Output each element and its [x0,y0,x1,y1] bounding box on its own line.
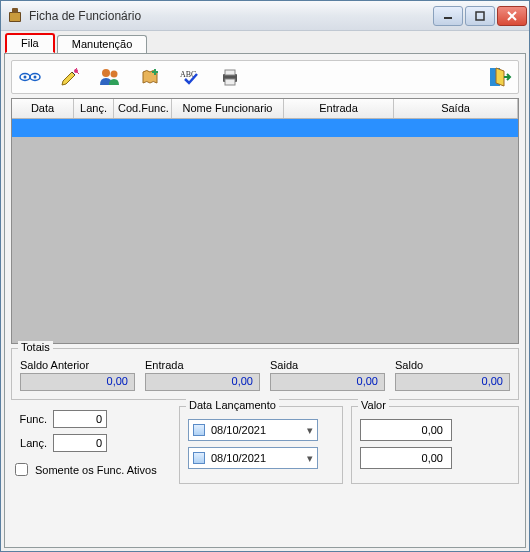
valor-legend: Valor [358,399,389,411]
minimize-button[interactable] [433,6,463,26]
svg-rect-1 [10,13,20,21]
svg-rect-2 [12,8,18,13]
svg-rect-4 [476,12,484,20]
totais-legend: Totais [18,341,53,353]
tab-page-fila: ABC Data Lanç. Cod.Func. Nome Funcionari… [4,53,526,548]
close-button[interactable] [497,6,527,26]
date-from-value: 08/10/2021 [211,424,307,436]
valor-to-input[interactable] [360,447,452,469]
func-input[interactable] [53,410,107,428]
grid-body[interactable] [12,119,518,343]
maximize-button[interactable] [465,6,495,26]
calendar-icon [193,452,205,464]
grid-header: Data Lanç. Cod.Func. Nome Funcionario En… [12,99,518,119]
data-lancamento-group: Data Lançamento 08/10/2021 ▾ 08/10/2021 … [179,406,343,484]
saida-value: 0,00 [270,373,385,391]
col-codfunc[interactable]: Cod.Func. [114,99,172,118]
chevron-down-icon[interactable]: ▾ [307,424,313,437]
valor-group: Valor [351,406,519,484]
saldo-label: Saldo [395,359,510,371]
svg-point-12 [102,69,110,77]
new-book-icon[interactable] [138,65,162,89]
svg-point-10 [34,76,37,79]
entrada-label: Entrada [145,359,260,371]
spellcheck-icon[interactable]: ABC [178,65,202,89]
saldo-anterior-value: 0,00 [20,373,135,391]
svg-rect-16 [225,70,235,75]
saida-label: Saida [270,359,385,371]
filter-section: Func. Lanç. Somente os Func. Ativos Data… [11,406,519,484]
col-data[interactable]: Data [12,99,74,118]
grid-selected-row[interactable] [12,119,518,137]
entrada-value: 0,00 [145,373,260,391]
exit-icon[interactable] [488,65,512,89]
calendar-icon [193,424,205,436]
col-nome[interactable]: Nome Funcionario [172,99,284,118]
saldo-value: 0,00 [395,373,510,391]
date-from-picker[interactable]: 08/10/2021 ▾ [188,419,318,441]
data-grid[interactable]: Data Lanç. Cod.Func. Nome Funcionario En… [11,98,519,344]
totais-group: Totais Saldo Anterior 0,00 Entrada 0,00 … [11,348,519,400]
view-icon[interactable] [18,65,42,89]
chevron-down-icon[interactable]: ▾ [307,452,313,465]
svg-rect-17 [225,79,235,85]
lanc-label: Lanç. [11,437,47,449]
col-lanc[interactable]: Lanç. [74,99,114,118]
print-icon[interactable] [218,65,242,89]
somente-ativos-label: Somente os Func. Ativos [35,464,157,476]
tab-strip: Fila Manutenção [1,31,529,53]
users-icon[interactable] [98,65,122,89]
func-label: Func. [11,413,47,425]
col-entrada[interactable]: Entrada [284,99,394,118]
data-lancamento-legend: Data Lançamento [186,399,279,411]
valor-from-input[interactable] [360,419,452,441]
svg-point-9 [24,76,27,79]
toolbar: ABC [11,60,519,94]
date-to-picker[interactable]: 08/10/2021 ▾ [188,447,318,469]
tab-fila[interactable]: Fila [5,33,55,53]
titlebar: Ficha de Funcionário [1,1,529,31]
app-icon [7,8,23,24]
saldo-anterior-label: Saldo Anterior [20,359,135,371]
app-window: Ficha de Funcionário Fila Manutenção [0,0,530,552]
somente-ativos-checkbox[interactable] [15,463,28,476]
tab-manutencao[interactable]: Manutenção [57,35,148,53]
window-title: Ficha de Funcionário [29,9,433,23]
col-saida[interactable]: Saída [394,99,518,118]
edit-icon[interactable] [58,65,82,89]
lanc-input[interactable] [53,434,107,452]
svg-point-13 [111,71,118,78]
date-to-value: 08/10/2021 [211,452,307,464]
